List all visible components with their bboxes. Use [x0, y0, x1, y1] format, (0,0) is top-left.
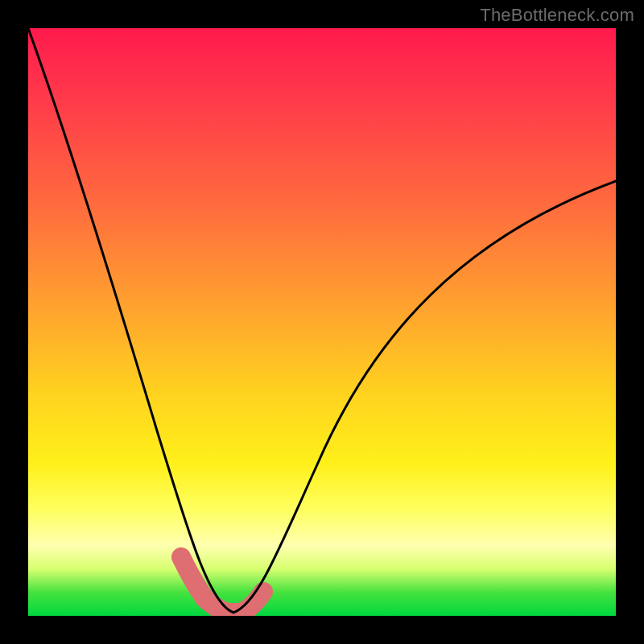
- chart-plot-area: [28, 28, 616, 616]
- bottleneck-curve: [28, 28, 616, 613]
- chart-svg: [28, 28, 616, 616]
- watermark-text: TheBottleneck.com: [480, 5, 634, 26]
- chart-frame: TheBottleneck.com: [0, 0, 644, 644]
